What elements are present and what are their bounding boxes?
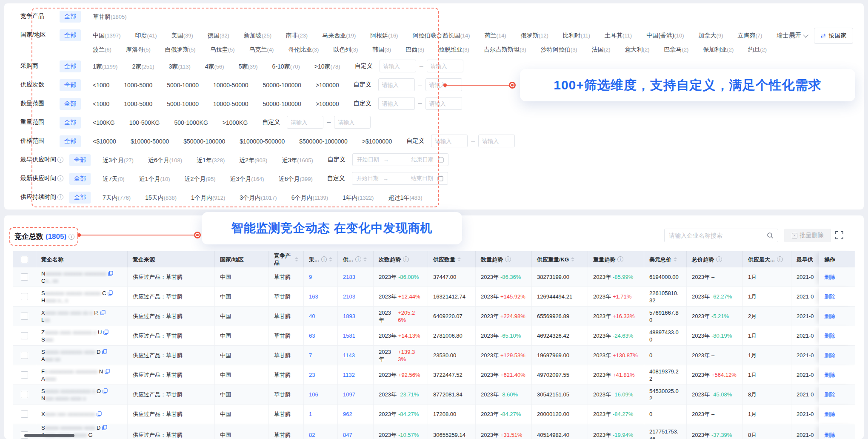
filter-option[interactable]: $50000-100000 — [183, 137, 225, 146]
filter-option[interactable]: 2家(251) — [132, 62, 154, 71]
info-icon[interactable]: i — [617, 256, 623, 262]
filter-option[interactable]: 摩洛哥(5) — [126, 45, 151, 54]
copy-icon[interactable] — [97, 411, 102, 416]
filter-option[interactable]: 1个月内(912) — [191, 193, 225, 202]
supplies-count-link[interactable]: 1132 — [343, 371, 355, 379]
range-min-input[interactable] — [287, 116, 323, 129]
filter-option[interactable]: 德国(32) — [208, 31, 229, 40]
filter-option[interactable]: 3个月内(1017) — [240, 193, 277, 202]
filter-option[interactable]: 10000-50000 — [213, 100, 248, 108]
range-min-input[interactable] — [380, 60, 416, 72]
filter-option[interactable]: <100KG — [93, 118, 115, 127]
filter-option[interactable]: 荷兰(14) — [485, 31, 506, 40]
filter-option[interactable]: 近6个月(108) — [148, 156, 182, 165]
supplies-count-link[interactable]: 2183 — [343, 273, 355, 281]
by-country-button[interactable]: ⇄ 按国家 — [814, 28, 853, 44]
buyers-count-link[interactable]: 1 — [309, 410, 312, 418]
filter-option[interactable]: 约旦(2) — [748, 45, 767, 54]
filter-option[interactable]: 5家(39) — [239, 62, 258, 71]
filter-option[interactable]: 加拿大(9) — [699, 31, 723, 40]
row-checkbox[interactable] — [21, 293, 28, 300]
filter-option[interactable]: 5000-10000 — [167, 81, 199, 89]
filter-all-badge[interactable]: 全部 — [60, 135, 81, 147]
row-checkbox[interactable] — [21, 273, 28, 281]
filter-option[interactable]: 哥伦比亚(3) — [288, 45, 319, 54]
filter-option[interactable]: 韩国(3) — [372, 45, 391, 54]
filter-option[interactable]: 6-10家(70) — [272, 62, 300, 71]
delete-link[interactable]: 删除 — [824, 431, 835, 439]
filter-option[interactable]: 俄罗斯(12) — [521, 31, 548, 40]
custom-range-label[interactable]: 自定义 — [406, 134, 424, 145]
filter-option[interactable]: 近3个月(27) — [103, 156, 134, 165]
info-icon[interactable]: i — [57, 157, 63, 163]
filter-option[interactable]: 1000-5000 — [124, 81, 152, 89]
custom-range-label[interactable]: 自定义 — [262, 115, 280, 126]
custom-range-label[interactable]: 自定义 — [354, 97, 371, 107]
filter-option[interactable]: 1家(1199) — [93, 62, 117, 71]
company-search-input[interactable] — [665, 232, 767, 239]
filter-option[interactable]: >10家(78) — [314, 62, 340, 71]
buyers-count-link[interactable]: 23 — [309, 371, 315, 379]
supplies-count-link[interactable]: 1581 — [343, 332, 355, 339]
row-checkbox[interactable] — [21, 391, 28, 398]
filter-option[interactable]: <$10000 — [93, 137, 116, 146]
delete-link[interactable]: 删除 — [824, 332, 835, 339]
filter-option[interactable]: 阿根廷(16) — [370, 31, 398, 40]
filter-all-badge[interactable]: 全部 — [60, 117, 81, 129]
horizontal-scrollbar-thumb[interactable] — [24, 434, 74, 437]
filter-option[interactable]: 50000-100000 — [263, 81, 301, 89]
row-checkbox[interactable] — [21, 410, 28, 418]
filter-option[interactable]: 近1个月(10) — [139, 175, 170, 184]
filter-option[interactable]: 中国(1397) — [93, 31, 121, 40]
filter-option[interactable]: 立陶宛(7) — [737, 31, 762, 40]
custom-range-label[interactable]: 自定义 — [355, 59, 373, 70]
delete-link[interactable]: 删除 — [824, 273, 835, 281]
filter-option[interactable]: 近1年(328) — [197, 156, 225, 165]
supplies-count-link[interactable]: 2103 — [343, 293, 355, 300]
sort-icon[interactable] — [363, 255, 367, 263]
filter-option[interactable]: 美国(39) — [171, 31, 193, 40]
range-max-input[interactable] — [334, 116, 371, 129]
sort-icon[interactable] — [295, 255, 298, 263]
filter-option[interactable]: 意大利(2) — [625, 45, 650, 54]
filter-option[interactable]: <1000 — [93, 81, 109, 89]
buyers-count-link[interactable]: 63 — [309, 332, 315, 339]
filter-option[interactable]: 波兰(6) — [93, 45, 111, 54]
info-icon[interactable]: i — [321, 256, 327, 262]
filter-option[interactable]: 拉脱维亚(3) — [439, 45, 469, 54]
filter-option[interactable]: 中国(香港)(10) — [646, 31, 684, 40]
filter-option[interactable]: 近3年(1605) — [282, 156, 313, 165]
filter-option[interactable]: 4家(56) — [205, 62, 224, 71]
filter-option[interactable]: 法国(2) — [592, 45, 611, 54]
sort-icon[interactable] — [329, 255, 332, 263]
date-range-input[interactable]: 开始日期→结束日期 — [352, 153, 448, 166]
filter-all-badge[interactable]: 全部 — [69, 173, 91, 185]
buyers-count-link[interactable]: 7 — [309, 352, 312, 359]
filter-option[interactable]: $500000-1000000 — [299, 137, 348, 146]
range-max-input[interactable] — [427, 60, 463, 72]
info-icon[interactable]: i — [505, 256, 511, 262]
filter-all-badge[interactable]: 全部 — [60, 60, 81, 72]
filter-option[interactable]: 吉尔吉斯斯坦(3) — [484, 45, 526, 54]
info-icon[interactable]: i — [355, 256, 361, 262]
batch-delete-button[interactable]: × 批量删除 — [784, 229, 831, 242]
supplies-count-link[interactable]: 962 — [343, 410, 352, 418]
filter-option[interactable]: >100000 — [316, 100, 339, 108]
row-checkbox[interactable] — [21, 352, 28, 359]
filter-option[interactable]: 比利时(11) — [563, 31, 590, 40]
filter-option[interactable]: 3家(113) — [169, 62, 191, 71]
expand-toggle[interactable]: 展开 — [789, 32, 807, 39]
info-icon[interactable]: i — [777, 256, 783, 262]
delete-link[interactable]: 删除 — [824, 313, 835, 320]
buyers-count-link[interactable]: 9 — [309, 273, 312, 281]
filter-option[interactable]: >$1000000 — [362, 137, 392, 146]
custom-range-label[interactable]: 自定义 — [354, 78, 371, 89]
range-min-input[interactable] — [431, 135, 468, 147]
row-checkbox[interactable] — [21, 332, 28, 339]
filter-option[interactable]: 巴拿马(2) — [664, 45, 688, 54]
filter-option[interactable]: 巴西(3) — [405, 45, 424, 54]
filter-option[interactable]: 500-1000KG — [174, 118, 208, 127]
buyers-count-link[interactable]: 40 — [309, 313, 315, 320]
buyers-count-link[interactable]: 106 — [309, 391, 318, 398]
copy-icon[interactable] — [108, 290, 113, 296]
